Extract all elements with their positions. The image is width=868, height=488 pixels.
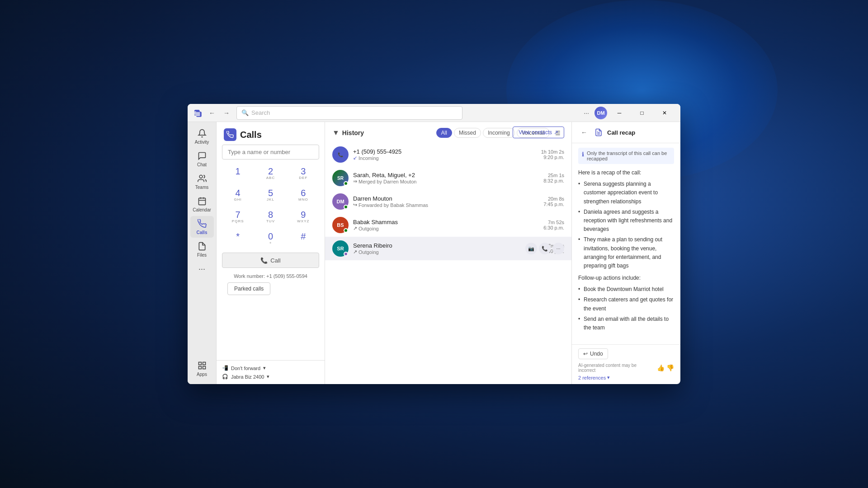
undo-icon: ↩ [583, 351, 588, 357]
dont-forward-item[interactable]: 📲 Don't forward ▾ [222, 365, 319, 371]
call-name: Sarah, Reta, Miguel, +2 [353, 172, 540, 178]
view-contacts-label: View contacts [519, 129, 552, 136]
svg-rect-8 [203, 366, 205, 369]
history-item-selected[interactable]: SR Serena Ribeiro ↗ Outgoing 7m 52s 5:40… [325, 237, 571, 260]
dial-key-4[interactable]: 4GHI [222, 185, 254, 206]
dial-key-9[interactable]: 9WXYZ [288, 206, 319, 227]
filter-missed-button[interactable]: Missed [454, 128, 481, 138]
call-phone-icon: 📞 [260, 257, 268, 264]
sidebar-item-label-activity: Activity [195, 140, 209, 145]
sidebar-item-chat[interactable]: Chat [190, 148, 214, 170]
dont-forward-chevron-icon: ▾ [263, 365, 266, 371]
dial-num: 0 [268, 232, 273, 241]
dial-key-3[interactable]: 3DEF [288, 163, 319, 184]
view-contacts-button[interactable]: View contacts ↗ [513, 127, 564, 138]
sidebar-item-label-calendar: Calendar [193, 207, 211, 212]
status-dot [344, 205, 348, 209]
device-item[interactable]: 🎧 Jabra Biz 2400 ▾ [222, 374, 319, 380]
collapse-icon: ▼ [332, 129, 340, 137]
filter-all-button[interactable]: All [436, 128, 452, 138]
thumbdown-button[interactable]: 👎 [666, 364, 674, 371]
status-dot [344, 252, 348, 256]
recap-panel: ← Call recap ℹ Only the transcript of th… [572, 122, 680, 384]
sidebar-item-files[interactable]: Files [190, 239, 214, 260]
incoming-icon: ↙ [353, 155, 357, 161]
thumbup-button[interactable]: 👍 [657, 364, 665, 371]
undo-button[interactable]: ↩ Undo [578, 348, 608, 359]
call-info: +1 (509) 555-4925 ↙ Incoming [353, 148, 538, 161]
call-time: 1h 10m 2s 9:20 p.m. [541, 149, 564, 160]
video-call-button[interactable]: 📷 [525, 243, 537, 254]
recap-bullet: They make a plan to sending out invitati… [578, 235, 674, 270]
call-name: +1 (509) 555-4925 [353, 148, 538, 155]
sidebar-item-more[interactable]: ··· [190, 261, 214, 277]
history-panel: ▼ History All Missed Incoming Voicemail … [325, 122, 572, 384]
references-label: 2 references [578, 375, 606, 380]
sidebar-item-activity[interactable]: Activity [190, 126, 214, 147]
teams-icon [197, 174, 207, 183]
history-item[interactable]: SR Sarah, Reta, Miguel, +2 ⇒ Merged by D… [325, 166, 571, 190]
recap-bullet: Daniela agrees and suggests a reception … [578, 208, 674, 234]
maximize-button[interactable]: □ [632, 106, 652, 120]
feedback-buttons: 👍 👎 [657, 364, 674, 371]
more-call-options-button[interactable]: ··· [552, 243, 564, 254]
dial-key-6[interactable]: 6MNO [288, 185, 319, 206]
user-avatar[interactable]: DM [594, 107, 607, 119]
merge-icon: ⇒ [353, 178, 357, 184]
call-duration: 20m 8s [543, 196, 564, 202]
dial-key-0[interactable]: 0+ [255, 228, 286, 249]
parked-calls-button[interactable]: Parked calls [227, 282, 270, 295]
sidebar-item-label-calls: Calls [197, 230, 208, 235]
minimize-button[interactable]: ─ [609, 106, 630, 120]
call-back-button[interactable]: 📞 [539, 243, 551, 254]
sidebar-item-calendar[interactable]: Calendar [190, 193, 214, 215]
history-list: 📞 +1 (509) 555-4925 ↙ Incoming 1h 10m 2s… [325, 141, 571, 384]
filter-incoming-button[interactable]: Incoming [483, 128, 515, 138]
more-icon: ··· [197, 264, 207, 274]
sidebar-item-calls[interactable]: Calls [190, 216, 214, 238]
dial-key-star[interactable]: * [222, 228, 254, 249]
device-icon: 🎧 [222, 374, 228, 380]
dial-num: 9 [301, 210, 306, 219]
call-name: Darren Mouton [353, 195, 540, 202]
call-name: Babak Shammas [353, 219, 540, 225]
dial-key-8[interactable]: 8TUV [255, 206, 286, 227]
avatar: BS [332, 217, 349, 233]
forward-button[interactable]: → [220, 107, 233, 119]
references-link[interactable]: 2 references ▾ [578, 375, 674, 380]
recap-intro: Here is a recap of the call: [578, 169, 674, 177]
call-button[interactable]: 📞 Call [222, 253, 319, 268]
dial-key-hash[interactable]: # [288, 228, 319, 249]
call-actions: 📷 📞 ··· [525, 243, 564, 254]
back-button[interactable]: ← [206, 107, 218, 119]
sidebar-item-apps[interactable]: Apps [190, 358, 214, 380]
navigation-buttons: ← → [206, 107, 233, 119]
history-item[interactable]: 📞 +1 (509) 555-4925 ↙ Incoming 1h 10m 2s… [325, 143, 571, 166]
search-bar[interactable]: 🔍 Search [236, 106, 462, 120]
history-item[interactable]: BS Babak Shammas ↗ Outgoing 7m 52s 6:30 … [325, 213, 571, 237]
dialpad-input[interactable] [222, 145, 319, 160]
recap-feedback: AI-generated content may be incorrect 👍 … [578, 363, 674, 373]
sidebar-item-teams[interactable]: Teams [190, 171, 214, 192]
recap-footer: ↩ Undo AI-generated content may be incor… [572, 344, 680, 384]
calls-title: Calls [240, 130, 262, 140]
history-item[interactable]: DM Darren Mouton ↪ Forwarded by Babak Sh… [325, 190, 571, 213]
calls-footer: 📲 Don't forward ▾ 🎧 Jabra Biz 2400 ▾ [217, 360, 325, 384]
recap-back-button[interactable]: ← [578, 127, 590, 138]
dial-key-5[interactable]: 5JKL [255, 185, 286, 206]
followup-bullet: Research caterers and get quotes for the… [578, 296, 674, 313]
dial-key-7[interactable]: 7PQRS [222, 206, 254, 227]
call-info: Darren Mouton ↪ Forwarded by Babak Shamm… [353, 195, 540, 208]
dial-key-2[interactable]: 2ABC [255, 163, 286, 184]
call-duration: 1h 10m 2s [541, 149, 564, 155]
recap-info-box: ℹ Only the transcript of this call can b… [578, 148, 674, 164]
avatar-initial: 📞 [338, 152, 343, 157]
call-button-label: Call [270, 257, 280, 264]
more-options-button[interactable]: ··· [580, 107, 593, 119]
close-button[interactable]: ✕ [654, 106, 675, 120]
app-window: ← → 🔍 Search ··· DM ─ □ ✕ Activity [188, 104, 680, 384]
dial-key-1[interactable]: 1 [222, 163, 254, 184]
history-top-bar: ▼ History All Missed Incoming Voicemail … [325, 122, 571, 141]
dial-num: # [301, 232, 306, 241]
followup-label: Follow-up actions include: [578, 274, 674, 282]
